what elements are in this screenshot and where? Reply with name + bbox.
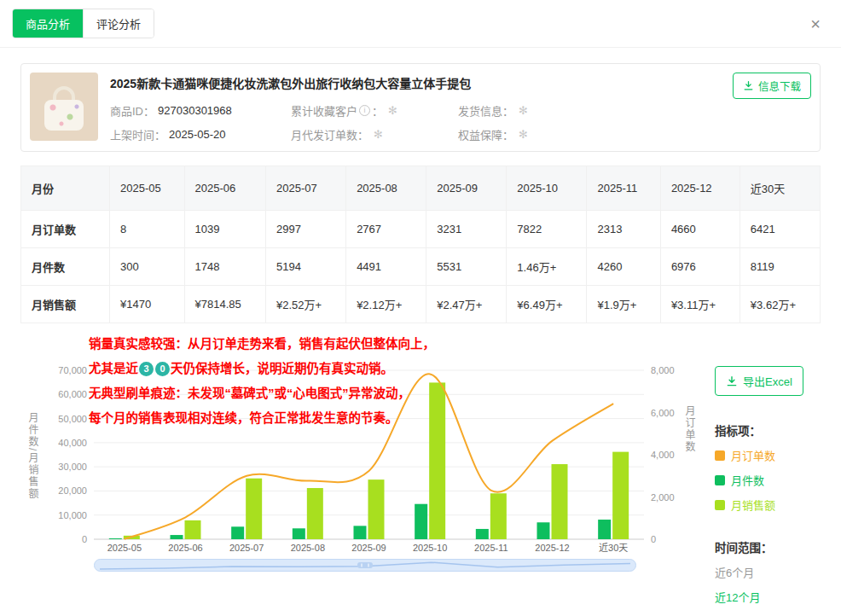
time-range-title: 时间范围： xyxy=(715,538,814,555)
svg-text:2025-11: 2025-11 xyxy=(474,543,508,553)
table-row-label: 月销售额 xyxy=(21,286,110,323)
shipping-label: 发货信息： xyxy=(458,102,513,119)
svg-text:6,000: 6,000 xyxy=(651,408,675,418)
svg-text:0: 0 xyxy=(82,534,87,544)
analysis-tabs: 商品分析 评论分析 xyxy=(12,9,154,38)
table-cell: ¥2.12万+ xyxy=(346,286,426,323)
table-header-cell: 2025-06 xyxy=(184,166,265,211)
legend-item-orders[interactable]: 月订单数 xyxy=(715,447,814,463)
product-title: 2025新款卡通猫咪便捷化妆洗漱包外出旅行收纳包大容量立体手提包 xyxy=(110,74,811,91)
table-cell: ¥2.47万+ xyxy=(426,286,507,323)
svg-text:2025-06: 2025-06 xyxy=(168,543,202,553)
product-card: 2025新款卡通猫咪便捷化妆洗漱包外出旅行收纳包大容量立体手提包 信息下载 商品… xyxy=(20,63,821,152)
table-cell: 1039 xyxy=(184,211,265,248)
product-fields: 商品ID： 927030301968 累计收藏客户 ： 发货信息： 上架时间： … xyxy=(110,102,811,142)
table-cell: 2313 xyxy=(587,211,660,248)
svg-text:60,000: 60,000 xyxy=(58,389,87,399)
shelf-time-value: 2025-05-20 xyxy=(169,128,226,141)
info-circle-icon[interactable] xyxy=(359,105,370,116)
table-cell: 3231 xyxy=(426,211,507,248)
table-header-cell: 2025-07 xyxy=(266,166,346,211)
table-header-cell: 2025-11 xyxy=(587,166,660,211)
table-cell: ¥7814.85 xyxy=(184,286,265,323)
legend-label-pieces: 月件数 xyxy=(731,472,764,488)
favorites-colon: ： xyxy=(372,102,383,119)
svg-text:2025-12: 2025-12 xyxy=(535,543,569,553)
table-cell: 300 xyxy=(110,248,185,286)
table-cell: 5194 xyxy=(266,248,346,286)
top-bar: 商品分析 评论分析 xyxy=(0,0,841,48)
table-cell: 7822 xyxy=(507,211,587,248)
annotation-line-4: 每个月的销售表现相对连续，符合正常批发生意的节奏。 xyxy=(89,406,435,431)
table-cell: ¥3.62万+ xyxy=(740,286,820,323)
legend-swatch-sales xyxy=(715,500,725,510)
svg-text:2025-07: 2025-07 xyxy=(229,543,264,553)
field-product-id: 商品ID： 927030301968 xyxy=(110,102,291,119)
shelf-time-label: 上架时间： xyxy=(110,126,165,142)
table-cell: 8119 xyxy=(740,248,820,286)
rights-label: 权益保障： xyxy=(458,126,513,142)
badge-digit-0: 0 xyxy=(155,362,170,376)
table-cell: 6421 xyxy=(740,211,820,248)
field-favorites: 累计收藏客户 ： xyxy=(291,102,458,119)
svg-text:2,000: 2,000 xyxy=(651,492,675,503)
svg-text:4,000: 4,000 xyxy=(651,450,675,460)
annotation-line-3: 无典型刷单痕迹：未发现“墓碑式”或“心电图式”异常波动， xyxy=(89,381,435,406)
info-download-button[interactable]: 信息下载 xyxy=(733,73,811,99)
loading-spinner-icon xyxy=(388,104,397,117)
svg-text:40,000: 40,000 xyxy=(58,438,87,448)
download-icon xyxy=(726,375,738,387)
svg-text:70,000: 70,000 xyxy=(58,365,87,375)
legend-swatch-orders xyxy=(715,450,725,461)
range-option-12m[interactable]: 近12个月 xyxy=(715,589,814,605)
svg-text:10,000: 10,000 xyxy=(58,510,87,520)
table-cell: 4260 xyxy=(587,248,660,286)
svg-text:2025-08: 2025-08 xyxy=(291,543,325,553)
field-monthly-orders: 月代发订单数： xyxy=(291,126,458,142)
monthly-data-table: 月份2025-052025-062025-072025-082025-09202… xyxy=(20,166,821,323)
field-shipping: 发货信息： xyxy=(458,102,811,119)
field-rights: 权益保障： xyxy=(458,126,811,142)
table-cell: ¥2.52万+ xyxy=(266,286,346,323)
table-cell: ¥3.11万+ xyxy=(660,286,740,323)
table-cell: 4491 xyxy=(346,248,426,286)
badge-digit-3: 3 xyxy=(139,362,154,376)
metrics-title: 指标项： xyxy=(715,421,814,439)
table-header-cell: 2025-09 xyxy=(426,166,507,211)
export-excel-label: 导出Excel xyxy=(743,373,792,389)
svg-text:20,000: 20,000 xyxy=(58,485,87,496)
table-head: 月份2025-052025-062025-072025-082025-09202… xyxy=(21,166,821,211)
table-header-cell: 近30天 xyxy=(740,166,820,211)
table-cell: ¥1470 xyxy=(110,286,185,323)
legend-swatch-pieces xyxy=(715,475,725,485)
legend-item-pieces[interactable]: 月件数 xyxy=(715,472,814,488)
loading-spinner-icon xyxy=(374,128,383,141)
range-option-6m[interactable]: 近6个月 xyxy=(715,564,814,580)
product-id-label: 商品ID： xyxy=(110,102,154,119)
table-cell: 2997 xyxy=(266,211,346,248)
download-icon xyxy=(743,80,754,91)
table-row: 月销售额¥1470¥7814.85¥2.52万+¥2.12万+¥2.47万+¥6… xyxy=(21,286,821,323)
tab-review-analysis[interactable]: 评论分析 xyxy=(83,9,154,38)
annotation-line-2: 尤其是近30天仍保持增长，说明近期仍有真实动销。 xyxy=(89,357,435,381)
table-header-cell: 2025-05 xyxy=(110,166,185,211)
legend-item-sales[interactable]: 月销售额 xyxy=(715,497,814,513)
chart-zoom-slider[interactable] xyxy=(94,559,636,572)
loading-spinner-icon xyxy=(519,104,528,117)
table-header-cell: 2025-10 xyxy=(507,166,587,211)
table-row-label: 月订单数 xyxy=(21,211,110,248)
table-row: 月订单数810392997276732317822231346606421 xyxy=(21,211,821,248)
table-header-cell: 2025-08 xyxy=(346,166,426,211)
svg-text:0: 0 xyxy=(651,534,656,544)
table-body: 月订单数810392997276732317822231346606421月件数… xyxy=(21,211,821,323)
close-icon[interactable] xyxy=(810,15,821,32)
tab-product-analysis[interactable]: 商品分析 xyxy=(13,9,83,38)
loading-spinner-icon xyxy=(519,128,528,141)
table-header-cell: 月份 xyxy=(21,166,110,211)
svg-text:2025-05: 2025-05 xyxy=(107,543,142,553)
chart-annotation: 销量真实感较强：从月订单走势来看，销售有起伏但整体向上， 尤其是近30天仍保持增… xyxy=(89,332,435,431)
table-row: 月件数30017485194449155311.46万+426069768119 xyxy=(21,248,821,286)
chart-zone: 销量真实感较强：从月订单走势来看，销售有起伏但整体向上， 尤其是近30天仍保持增… xyxy=(20,330,821,586)
export-excel-button[interactable]: 导出Excel xyxy=(715,366,803,396)
annotation-line-1: 销量真实感较强：从月订单走势来看，销售有起伏但整体向上， xyxy=(89,332,435,357)
